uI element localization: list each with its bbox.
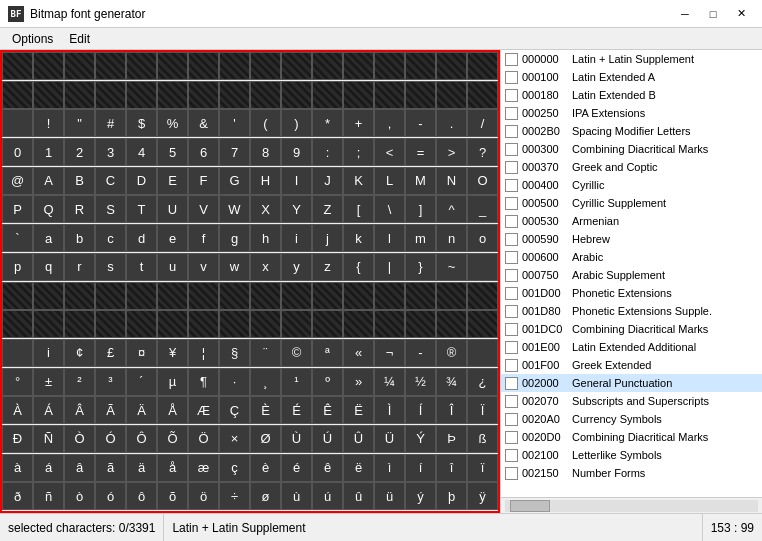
char-cell[interactable]: £: [95, 339, 126, 367]
char-cell[interactable]: r: [64, 253, 95, 281]
unicode-block-checkbox[interactable]: [505, 179, 518, 192]
unicode-block-checkbox[interactable]: [505, 161, 518, 174]
char-cell[interactable]: &: [188, 109, 219, 137]
char-cell[interactable]: [2, 81, 33, 109]
char-cell[interactable]: ×: [219, 425, 250, 453]
char-cell[interactable]: >: [436, 138, 467, 166]
char-cell[interactable]: I: [281, 167, 312, 195]
char-cell[interactable]: Ý: [405, 425, 436, 453]
char-cell[interactable]: [281, 81, 312, 109]
char-cell[interactable]: ,: [374, 109, 405, 137]
char-cell[interactable]: [405, 310, 436, 338]
char-cell[interactable]: `: [2, 224, 33, 252]
char-cell[interactable]: [250, 310, 281, 338]
char-cell[interactable]: Æ: [188, 396, 219, 424]
unicode-block-row[interactable]: 002070 Subscripts and Superscripts: [501, 392, 762, 410]
char-cell[interactable]: [436, 282, 467, 310]
horizontal-scrollbar[interactable]: [501, 497, 762, 513]
char-cell[interactable]: ä: [126, 454, 157, 482]
char-cell[interactable]: [343, 282, 374, 310]
char-cell[interactable]: #: [95, 109, 126, 137]
char-cell[interactable]: À: [2, 396, 33, 424]
char-cell[interactable]: {: [343, 253, 374, 281]
char-cell[interactable]: M: [405, 167, 436, 195]
char-cell[interactable]: [343, 81, 374, 109]
char-cell[interactable]: /: [467, 109, 498, 137]
char-cell[interactable]: Ô: [126, 425, 157, 453]
char-cell[interactable]: O: [467, 167, 498, 195]
char-cell[interactable]: à: [2, 454, 33, 482]
char-cell[interactable]: ¼: [374, 368, 405, 396]
char-cell[interactable]: N: [436, 167, 467, 195]
char-cell[interactable]: [188, 310, 219, 338]
char-cell[interactable]: [64, 310, 95, 338]
char-cell[interactable]: [312, 81, 343, 109]
char-cell[interactable]: ): [281, 109, 312, 137]
char-cell[interactable]: n: [436, 224, 467, 252]
char-cell[interactable]: [250, 52, 281, 80]
char-cell[interactable]: [467, 339, 498, 367]
char-cell[interactable]: 5: [157, 138, 188, 166]
char-cell[interactable]: [467, 310, 498, 338]
char-cell[interactable]: Ø: [250, 425, 281, 453]
char-cell[interactable]: [2, 282, 33, 310]
unicode-block-checkbox[interactable]: [505, 359, 518, 372]
char-cell[interactable]: Ú: [312, 425, 343, 453]
char-cell[interactable]: ¦: [188, 339, 219, 367]
char-cell[interactable]: §: [219, 339, 250, 367]
char-cell[interactable]: É: [281, 396, 312, 424]
char-cell[interactable]: T: [126, 195, 157, 223]
char-cell[interactable]: [312, 52, 343, 80]
char-cell[interactable]: [157, 52, 188, 80]
char-cell[interactable]: e: [157, 224, 188, 252]
char-cell[interactable]: [64, 282, 95, 310]
char-cell[interactable]: [436, 52, 467, 80]
char-cell[interactable]: ¢: [64, 339, 95, 367]
char-cell[interactable]: Á: [33, 396, 64, 424]
unicode-block-checkbox[interactable]: [505, 449, 518, 462]
unicode-block-checkbox[interactable]: [505, 215, 518, 228]
char-cell[interactable]: [405, 52, 436, 80]
char-cell[interactable]: C: [95, 167, 126, 195]
char-cell[interactable]: ý: [405, 482, 436, 510]
char-cell[interactable]: [467, 282, 498, 310]
char-cell[interactable]: l: [374, 224, 405, 252]
char-cell[interactable]: [374, 81, 405, 109]
char-cell[interactable]: Ñ: [33, 425, 64, 453]
unicode-block-row[interactable]: 001F00 Greek Extended: [501, 356, 762, 374]
char-cell[interactable]: ¨: [250, 339, 281, 367]
char-cell[interactable]: g: [219, 224, 250, 252]
char-cell[interactable]: ´: [126, 368, 157, 396]
char-cell[interactable]: q: [33, 253, 64, 281]
char-cell[interactable]: [33, 310, 64, 338]
char-cell[interactable]: ': [219, 109, 250, 137]
char-cell[interactable]: ¤: [126, 339, 157, 367]
char-cell[interactable]: ;: [343, 138, 374, 166]
char-cell[interactable]: Y: [281, 195, 312, 223]
menu-edit[interactable]: Edit: [61, 30, 98, 48]
char-cell[interactable]: i: [33, 339, 64, 367]
unicode-block-checkbox[interactable]: [505, 431, 518, 444]
char-cell[interactable]: B: [64, 167, 95, 195]
char-cell[interactable]: m: [405, 224, 436, 252]
char-cell[interactable]: º: [312, 368, 343, 396]
char-cell[interactable]: î: [436, 454, 467, 482]
char-cell[interactable]: ð: [2, 482, 33, 510]
maximize-button[interactable]: □: [700, 4, 726, 24]
unicode-block-row[interactable]: 002000 General Punctuation: [501, 374, 762, 392]
char-cell[interactable]: ü: [374, 482, 405, 510]
char-cell[interactable]: [95, 52, 126, 80]
char-cell[interactable]: 7: [219, 138, 250, 166]
char-cell[interactable]: _: [467, 195, 498, 223]
char-cell[interactable]: ß: [467, 425, 498, 453]
char-cell[interactable]: ì: [374, 454, 405, 482]
char-cell[interactable]: Ë: [343, 396, 374, 424]
char-cell[interactable]: í: [405, 454, 436, 482]
char-cell[interactable]: æ: [188, 454, 219, 482]
char-cell[interactable]: Ï: [467, 396, 498, 424]
char-cell[interactable]: Í: [405, 396, 436, 424]
char-cell[interactable]: [250, 81, 281, 109]
unicode-block-checkbox[interactable]: [505, 197, 518, 210]
unicode-block-row[interactable]: 0020A0 Currency Symbols: [501, 410, 762, 428]
char-cell[interactable]: [2, 52, 33, 80]
